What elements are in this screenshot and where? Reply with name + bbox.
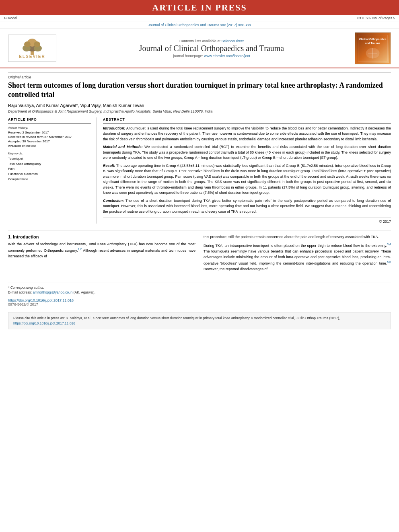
keyword-3: Pain <box>8 166 91 172</box>
abstract-results: Result: The average operating time in Gr… <box>103 163 391 196</box>
body-two-col: 1. Introduction With the advent of techn… <box>8 234 391 275</box>
results-text: The average operating time in Group A (4… <box>103 164 391 195</box>
abstract-intro: Introduction: A tourniquet is used durin… <box>103 126 391 142</box>
homepage-url[interactable]: www.elsevier.com/locate/jcot <box>204 54 250 58</box>
journal-homepage: journal homepage: www.elsevier.com/locat… <box>68 54 355 58</box>
keywords-section: Keywords: Tourniquet Total Knee Arthropl… <box>8 152 91 182</box>
contents-line: Contents lists available at ScienceDirec… <box>68 39 355 43</box>
keyword-5: Complications <box>8 177 91 182</box>
keyword-4: Functional outcomes <box>8 172 91 177</box>
gmodel-left: G Model <box>4 16 17 20</box>
intro-text: A tourniquet is used during the total kn… <box>103 126 391 141</box>
history-label: Article history: <box>8 126 91 129</box>
ref-3-4: 3,4 <box>387 243 391 246</box>
svg-text:Clinical Orthopaedics: Clinical Orthopaedics <box>359 38 387 41</box>
accepted-date: Accepted 30 November 2017 <box>8 140 91 143</box>
corr-author-label: * Corresponding author. <box>8 286 391 290</box>
abstract-methods: Material and Methods: We conducted a ran… <box>103 144 391 161</box>
abstract-col: ABSTRACT Introduction: A tourniquet is u… <box>103 117 391 224</box>
journal-header: ELSEVIER Contents lists available at Sci… <box>0 29 399 68</box>
copyright-line: © 2017 <box>103 218 391 224</box>
email-line: E-mail address: amitorthopgi@yahoo.co.in… <box>8 290 391 294</box>
intro-label: Introduction: <box>103 126 125 130</box>
svg-point-5 <box>24 41 31 47</box>
right-para2: During TKA, an intraoperative tourniquet… <box>204 242 391 272</box>
journal-link-bar: Journal of Clinical Orthopaedics and Tra… <box>0 21 399 29</box>
gmodel-bar: G Model ICOT 502 No. of Pages 5 <box>0 15 399 21</box>
keywords-label: Keywords: <box>8 152 91 155</box>
conclusion-text: The use of a short duration tourniquet d… <box>103 199 391 214</box>
doi-section: https://doi.org/10.1016/j.jcot.2017.11.0… <box>8 298 391 306</box>
citation-box: Please cite this article in press as: R.… <box>8 312 391 330</box>
svg-point-6 <box>34 41 40 47</box>
ref-5-6: 5,6 <box>387 261 391 263</box>
journal-volume-link[interactable]: Journal of Clinical Orthopaedics and Tra… <box>148 23 251 27</box>
abstract-heading: ABSTRACT <box>103 117 391 121</box>
issn-line: 0976-5662/© 2017 <box>8 302 391 306</box>
article-title: Short term outcomes of long duration ver… <box>8 81 391 100</box>
body-section: 1. Introduction With the advent of techn… <box>8 230 391 329</box>
footnote-section: * Corresponding author. E-mail address: … <box>8 283 391 294</box>
results-label: Result: <box>103 164 115 168</box>
sciencedirect-link[interactable]: ScienceDirect <box>222 39 244 43</box>
methods-label: Material and Methods: <box>103 145 143 149</box>
elsevier-logo-box: ELSEVIER <box>8 35 56 62</box>
journal-title-center: Contents lists available at ScienceDirec… <box>68 39 355 58</box>
keyword-2: Total Knee Arthroplasty <box>8 162 91 167</box>
divider <box>8 123 91 123</box>
email-address[interactable]: amitorthopgi@yahoo.co.in <box>33 290 72 294</box>
right-para1: this procedure, still the patients remai… <box>204 234 391 240</box>
revised-date: Received in revised form 27 November 201… <box>8 135 91 139</box>
affiliation: Department of Orthopaedics & Joint Repla… <box>8 109 391 113</box>
article-in-press-banner: ARTICLE IN PRESS <box>0 0 399 15</box>
methods-text: We conducted a randomized controlled tri… <box>103 145 391 160</box>
intro-body-text: With the advent of technology and instru… <box>8 242 195 259</box>
ref-1-2: 1,2 <box>78 248 82 251</box>
keyword-1: Tourniquet <box>8 156 91 162</box>
article-type-label: Original article <box>8 72 391 79</box>
body-left-col: 1. Introduction With the advent of techn… <box>8 234 195 275</box>
journal-cover-image: Clinical Orthopaedics and Trauma <box>355 32 391 64</box>
journal-main-title: Journal of Clinical Orthopaedics and Tra… <box>68 44 355 53</box>
body-right-col: this procedure, still the patients remai… <box>204 234 391 275</box>
elsevier-logo-area: ELSEVIER <box>8 35 60 62</box>
available-online: Available online xxx <box>8 144 91 148</box>
received-date: Received 2 September 2017 <box>8 131 91 134</box>
article-info-col: ARTICLE INFO Article history: Received 2… <box>8 117 97 224</box>
intro-section-title: 1. Introduction <box>8 234 195 239</box>
article-info-heading: ARTICLE INFO <box>8 117 91 121</box>
gmodel-right: ICOT 502 No. of Pages 5 <box>357 16 395 20</box>
authors-line: Raju Vaishya, Amit Kumar Agarwal*, Vipul… <box>8 103 391 108</box>
svg-text:and Trauma: and Trauma <box>365 42 380 45</box>
article-info-abstract: ARTICLE INFO Article history: Received 2… <box>8 117 391 224</box>
conclusion-label: Conclusion: <box>103 199 124 203</box>
abstract-conclusion: Conclusion: The use of a short duration … <box>103 198 391 215</box>
abstract-divider <box>103 123 391 123</box>
citation-text: Please cite this article in press as: R.… <box>13 316 340 320</box>
main-content: Original article Short term outcomes of … <box>0 68 399 333</box>
doi-link[interactable]: https://doi.org/10.1016/j.jcot.2017.11.0… <box>8 298 74 302</box>
email-label: E-mail address: <box>8 290 32 294</box>
email-name: (AK. Agarwal). <box>74 290 95 294</box>
citation-doi-link[interactable]: https://doi.org/10.1016/j.jcot.2017.11.0… <box>13 321 75 325</box>
